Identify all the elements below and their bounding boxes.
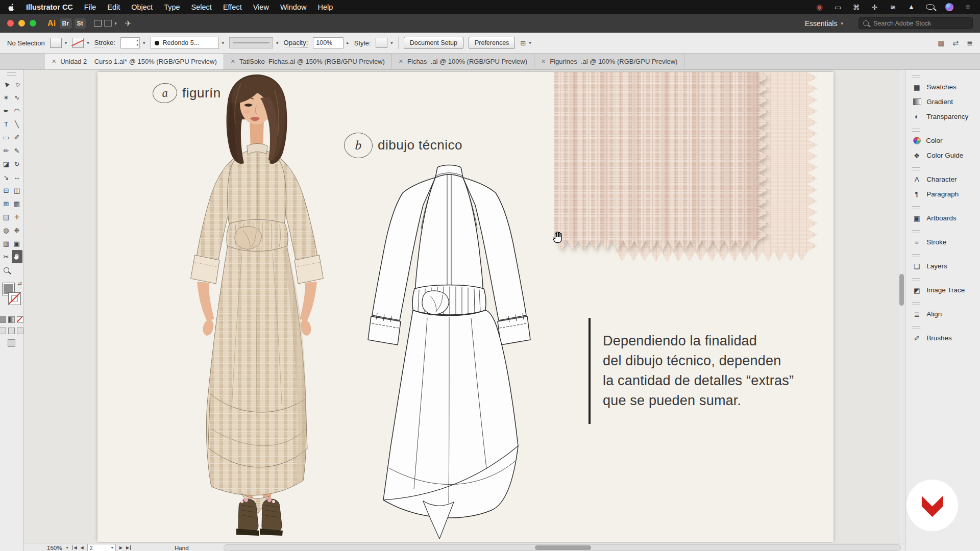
technical-label[interactable]: dibujo técnico [378, 137, 462, 153]
panel-layers[interactable]: ❏Layers [905, 259, 980, 273]
rotate-tool[interactable]: ↻ [12, 157, 22, 170]
panel-color-guide[interactable]: ❖Color Guide [905, 148, 980, 162]
wifi-icon[interactable]: ≋ [889, 3, 897, 11]
opacity-value-field[interactable]: 100% [313, 37, 344, 48]
figurine-illustration[interactable] [182, 72, 332, 542]
next-artboard-button[interactable]: ▶ [119, 545, 122, 550]
chevron-down-icon[interactable]: ▾ [276, 40, 279, 45]
preferences-button[interactable]: Preferences [469, 37, 515, 49]
artboard-number-field[interactable]: 2 ▾ [87, 544, 116, 551]
color-button[interactable] [0, 316, 6, 323]
horizontal-scrollbar[interactable] [224, 544, 901, 551]
display-icon[interactable]: ▭ [834, 3, 842, 11]
app-chip-br[interactable]: Br [60, 18, 72, 29]
chevron-down-icon[interactable]: ▾ [87, 40, 89, 45]
shaper-tool[interactable]: ✎ [12, 144, 22, 157]
draw-normal-button[interactable] [0, 328, 6, 334]
document-setup-button[interactable]: Document Setup [404, 37, 463, 49]
workspace-switcher[interactable]: Essentials ▾ [805, 19, 843, 28]
siri-icon[interactable] [945, 3, 953, 11]
technical-drawing[interactable] [362, 162, 538, 542]
menu-select[interactable]: Select [191, 3, 212, 11]
opacity-label[interactable]: Opacity: [284, 39, 308, 47]
eyedropper-tool[interactable]: ✛ [12, 210, 22, 223]
chevron-down-icon[interactable]: ▾ [390, 40, 393, 45]
figurine-badge[interactable]: a [152, 82, 178, 105]
panel-menu-icon[interactable]: ≣ [967, 39, 973, 47]
chevron-down-icon[interactable]: ▾ [66, 545, 68, 550]
chevron-down-icon[interactable]: ▾ [143, 40, 145, 45]
draw-inside-button[interactable] [17, 328, 23, 334]
vertical-scrollbar-thumb[interactable] [899, 274, 904, 306]
document-tab-2[interactable]: ✕TatiSoko–Fichas.ai @ 150% (RGB/GPU Prev… [224, 54, 392, 69]
line-segment-tool[interactable]: ╲ [12, 117, 22, 131]
pencil-tool[interactable]: ✏ [1, 144, 12, 157]
pen-tool[interactable]: ✒ [1, 104, 12, 117]
previous-artboard-button[interactable]: ◀ [81, 545, 84, 550]
shape-builder-tool[interactable]: ◫ [12, 184, 22, 197]
document-tab-1[interactable]: ✕Unidad 2 – Curso 1.ai* @ 150% (RGB/GPU … [45, 54, 224, 69]
command-icon[interactable]: ⌘ [852, 3, 860, 11]
stroke-swatch[interactable] [72, 38, 84, 48]
chevron-right-icon[interactable]: ▸ [347, 40, 349, 45]
fill-swatch[interactable] [50, 38, 62, 48]
minimize-window-button[interactable] [18, 20, 25, 27]
panel-stroke[interactable]: ≡Stroke [905, 235, 980, 249]
arrange-icon[interactable]: ▦ [938, 39, 944, 47]
stroke-weight-stepper[interactable] [120, 37, 140, 48]
document-tab-3[interactable]: ✕Fichas–.ai @ 100% (RGB/GPU Preview) [392, 54, 534, 69]
menu-file[interactable]: File [84, 3, 96, 11]
close-tab-icon[interactable]: ✕ [541, 58, 546, 65]
artboard-tool[interactable]: ▣ [12, 237, 22, 250]
width-tool[interactable]: ↔ [12, 170, 22, 184]
artboard[interactable]: a figurín [97, 72, 834, 542]
document-tab-4[interactable]: ✕Figurines–.ai @ 100% (RGB/GPU Preview) [534, 54, 684, 69]
panel-transparency[interactable]: ◐Transparency [905, 110, 980, 123]
style-swatch[interactable] [376, 38, 387, 48]
align-options-icon[interactable]: ⊞ [520, 39, 526, 47]
curvature-tool[interactable]: ◠ [12, 104, 22, 117]
mesh-tool[interactable]: ▦ [12, 197, 22, 210]
menu-view[interactable]: View [253, 3, 269, 11]
style-label[interactable]: Style: [354, 39, 371, 47]
menu-type[interactable]: Type [164, 3, 180, 11]
close-tab-icon[interactable]: ✕ [399, 58, 403, 65]
panel-character[interactable]: ACharacter [905, 172, 980, 186]
width-profile-dropdown[interactable] [229, 37, 273, 48]
free-transform-tool[interactable]: ⊡ [1, 184, 12, 197]
zoom-window-button[interactable] [30, 20, 36, 27]
app-chip-ai[interactable]: Ai [46, 19, 57, 28]
technical-badge[interactable]: b [343, 132, 373, 159]
panel-image-trace[interactable]: ◩Image Trace [905, 283, 980, 297]
panel-color[interactable]: Color [905, 134, 980, 147]
apple-menu-icon[interactable] [8, 3, 15, 11]
panel-swatches[interactable]: ▦Swatches [905, 80, 980, 94]
first-artboard-button[interactable]: ◀ [72, 545, 77, 550]
last-artboard-button[interactable]: ▶ [126, 545, 131, 550]
panel-paragraph[interactable]: ¶Paragraph [905, 187, 980, 201]
arrange-documents-control[interactable]: ▾ [94, 20, 117, 27]
direct-selection-tool[interactable]: ▷ [12, 78, 22, 91]
eraser-tool[interactable]: ◪ [1, 157, 12, 170]
app-chip-st[interactable]: St [75, 18, 86, 29]
toolbar-grip[interactable] [7, 72, 16, 76]
vertical-scrollbar[interactable] [898, 70, 905, 543]
panel-gradient[interactable]: Gradient [905, 95, 980, 109]
magic-wand-tool[interactable]: ✶ [1, 91, 12, 104]
stroke-color-proxy[interactable] [8, 292, 21, 305]
paintbrush-tool[interactable]: ✐ [12, 131, 22, 144]
record-icon[interactable]: ◉ [816, 3, 823, 12]
column-graph-tool[interactable]: ▥ [1, 237, 12, 250]
control-center-icon[interactable]: ≡ [964, 3, 972, 11]
close-tab-icon[interactable]: ✕ [231, 58, 235, 65]
none-button[interactable] [17, 316, 23, 323]
search-icon[interactable] [926, 4, 935, 10]
horizontal-scrollbar-thumb[interactable] [535, 545, 591, 550]
panel-artboards[interactable]: ▣Artboards [905, 211, 980, 225]
screen-mode-button[interactable] [8, 339, 15, 347]
chevron-down-icon[interactable]: ▾ [222, 40, 225, 45]
zoom-level[interactable]: 150% [47, 545, 62, 551]
type-tool[interactable]: T [1, 117, 12, 131]
eject-icon[interactable]: ▲ [908, 3, 915, 11]
note-text-block[interactable]: Dependiendo la finalidad del dibujo técn… [589, 318, 794, 424]
